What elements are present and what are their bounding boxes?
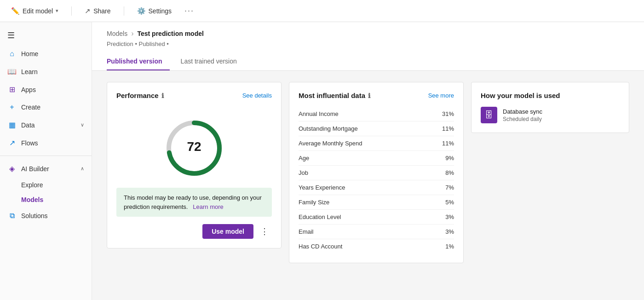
usage-card-title: How your model is used bbox=[481, 92, 560, 99]
breadcrumb-current: Test prediction model bbox=[137, 30, 203, 37]
hamburger-menu[interactable]: ☰ bbox=[0, 26, 92, 45]
sidebar-item-home-label: Home bbox=[21, 50, 38, 58]
edit-model-button[interactable]: ✏️ Edit model ▾ bbox=[7, 5, 62, 17]
database-sync-icon: 🗄 bbox=[481, 107, 497, 123]
sidebar-divider bbox=[0, 156, 92, 156]
apps-icon: ⊞ bbox=[7, 85, 17, 94]
influential-data-pct: 11% bbox=[442, 140, 454, 147]
tab-published-version[interactable]: Published version bbox=[107, 53, 170, 70]
ai-builder-icon: ◈ bbox=[7, 164, 17, 173]
performance-more-options-button[interactable]: ⋮ bbox=[257, 224, 272, 239]
breadcrumb-separator: › bbox=[131, 29, 133, 38]
sidebar-item-solutions[interactable]: ⧉ Solutions bbox=[0, 207, 92, 225]
usage-card-header: How your model is used bbox=[481, 92, 620, 99]
influential-data-row: Email 3% bbox=[299, 225, 454, 239]
influential-data-label: Email bbox=[299, 228, 314, 235]
toolbar-sep-1 bbox=[71, 6, 72, 16]
performance-card: Performance ℹ See details 72 bbox=[107, 82, 282, 248]
breadcrumb: Models › Test prediction model bbox=[107, 29, 629, 38]
influential-card-title: Most influential data ℹ bbox=[299, 92, 370, 99]
learn-icon: 📖 bbox=[7, 67, 17, 76]
see-details-link[interactable]: See details bbox=[242, 92, 272, 99]
sidebar-item-ai-builder[interactable]: ◈ AI Builder ∧ bbox=[0, 160, 92, 178]
toolbar-sep-2 bbox=[124, 6, 124, 16]
usage-item-name: Database sync bbox=[503, 108, 542, 115]
edit-chevron-icon: ▾ bbox=[56, 8, 58, 14]
influential-data-card: Most influential data ℹ See more Annual … bbox=[289, 82, 464, 263]
performance-info-icon[interactable]: ℹ bbox=[161, 92, 164, 99]
influential-data-list: Annual Income 31%Outstanding Mortgage 11… bbox=[299, 107, 454, 254]
tabs: Published version Last trained version bbox=[107, 53, 629, 70]
tab-last-trained-version[interactable]: Last trained version bbox=[181, 53, 244, 70]
influential-data-label: Age bbox=[299, 155, 309, 162]
influential-data-row: Age 9% bbox=[299, 151, 454, 166]
learn-more-link[interactable]: Learn more bbox=[193, 203, 223, 210]
main-layout: ☰ ⌂ Home 📖 Learn ⊞ Apps + Create ▦ Data … bbox=[0, 22, 644, 300]
influential-data-pct: 5% bbox=[445, 199, 454, 206]
influential-data-row: Has CD Account 1% bbox=[299, 239, 454, 254]
sidebar-item-create[interactable]: + Create bbox=[0, 98, 92, 116]
solutions-icon: ⧉ bbox=[7, 212, 17, 220]
influential-data-row: Average Monthly Spend 11% bbox=[299, 136, 454, 151]
influential-data-label: Education Level bbox=[299, 213, 341, 220]
sidebar-item-apps[interactable]: ⊞ Apps bbox=[0, 81, 92, 98]
influential-data-pct: 3% bbox=[445, 228, 454, 235]
influential-data-row: Years Experience 7% bbox=[299, 180, 454, 195]
gauge-container: 72 bbox=[116, 107, 272, 188]
create-icon: + bbox=[7, 103, 17, 111]
influential-data-label: Family Size bbox=[299, 199, 329, 206]
home-icon: ⌂ bbox=[7, 50, 17, 58]
sidebar-item-explore[interactable]: Explore bbox=[0, 178, 92, 192]
influential-data-label: Has CD Account bbox=[299, 243, 342, 250]
influential-info-icon[interactable]: ℹ bbox=[368, 92, 370, 99]
influential-data-label: Job bbox=[299, 169, 308, 176]
breadcrumb-parent[interactable]: Models bbox=[107, 30, 127, 37]
sidebar-item-models[interactable]: Models bbox=[0, 192, 92, 207]
ai-expand-icon: ∧ bbox=[80, 166, 84, 172]
gauge-score: 72 bbox=[187, 139, 201, 154]
page-header: Models › Test prediction model Predictio… bbox=[92, 22, 644, 71]
usage-item-sub: Scheduled daily bbox=[503, 116, 542, 122]
sidebar-item-create-label: Create bbox=[21, 104, 40, 111]
data-expand-icon: ∨ bbox=[80, 122, 84, 128]
cards-container: Performance ℹ See details 72 bbox=[92, 71, 644, 274]
influential-data-pct: 11% bbox=[442, 125, 454, 132]
influential-data-pct: 3% bbox=[445, 213, 454, 220]
influential-data-label: Annual Income bbox=[299, 110, 339, 117]
edit-model-label: Edit model bbox=[23, 7, 53, 15]
influential-data-row: Job 8% bbox=[299, 166, 454, 180]
influential-card-header: Most influential data ℹ See more bbox=[299, 92, 454, 99]
performance-card-footer: Use model ⋮ bbox=[116, 224, 272, 239]
page-subtitle: Prediction • Published • bbox=[107, 40, 629, 47]
settings-button[interactable]: ⚙️ Settings bbox=[133, 5, 176, 17]
more-options-button[interactable]: ··· bbox=[184, 6, 194, 16]
explore-label: Explore bbox=[21, 181, 43, 189]
influential-data-pct: 9% bbox=[445, 155, 454, 162]
content-area: Models › Test prediction model Predictio… bbox=[92, 22, 644, 300]
edit-icon: ✏️ bbox=[11, 7, 20, 15]
influential-data-label: Outstanding Mortgage bbox=[299, 125, 358, 132]
see-more-link[interactable]: See more bbox=[428, 92, 454, 99]
influential-data-row: Education Level 3% bbox=[299, 210, 454, 225]
alert-box: This model may be ready to use, dependin… bbox=[116, 188, 272, 217]
gauge-chart: 72 bbox=[162, 116, 226, 180]
share-button[interactable]: ↗ Share bbox=[81, 5, 114, 17]
influential-data-pct: 31% bbox=[442, 110, 454, 117]
influential-data-label: Average Monthly Spend bbox=[299, 140, 362, 147]
sidebar-item-home[interactable]: ⌂ Home bbox=[0, 45, 92, 63]
flows-icon: ↗ bbox=[7, 138, 17, 147]
sidebar-ai-builder-label: AI Builder bbox=[21, 165, 49, 173]
performance-card-header: Performance ℹ See details bbox=[116, 92, 272, 99]
sidebar-item-flows[interactable]: ↗ Flows bbox=[0, 134, 92, 152]
models-label: Models bbox=[21, 196, 43, 203]
sidebar-item-data[interactable]: ▦ Data ∨ bbox=[0, 116, 92, 134]
sidebar-item-learn[interactable]: 📖 Learn bbox=[0, 63, 92, 81]
share-label: Share bbox=[93, 7, 110, 15]
influential-data-label: Years Experience bbox=[299, 184, 345, 191]
use-model-button[interactable]: Use model bbox=[202, 224, 253, 239]
sidebar-item-learn-label: Learn bbox=[21, 68, 38, 75]
settings-label: Settings bbox=[149, 7, 172, 15]
performance-card-title: Performance ℹ bbox=[116, 92, 164, 99]
influential-data-pct: 8% bbox=[445, 169, 454, 176]
sidebar: ☰ ⌂ Home 📖 Learn ⊞ Apps + Create ▦ Data … bbox=[0, 22, 92, 300]
